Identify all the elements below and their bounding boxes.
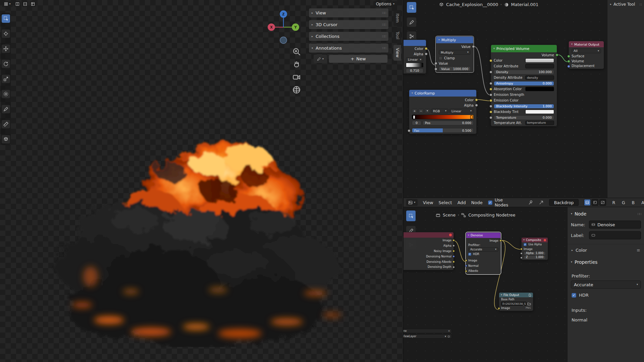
value1-input-socket[interactable] xyxy=(434,62,437,65)
colorramp-node-header[interactable]: ▾ ColorRamp xyxy=(409,90,476,97)
fac-slider[interactable]: Fac0.500 xyxy=(412,128,474,133)
temperature-slider[interactable]: Temperature0.000 xyxy=(494,115,554,120)
anisotropy-input-socket[interactable] xyxy=(489,82,492,85)
prefilter-dropdown[interactable]: Accurate▾ xyxy=(468,247,498,252)
use-nodes-checkbox[interactable]: ✓ xyxy=(488,200,492,205)
active-tool-panel-header[interactable]: ▸ Active Tool ∷ xyxy=(607,0,644,9)
new-annotation-button[interactable]: + New xyxy=(329,55,388,63)
node-panel-header[interactable]: ▾ Node ∷∷ xyxy=(568,207,644,219)
hdr-row[interactable]: ✓ HDR xyxy=(568,289,644,298)
stop-menu-button[interactable]: ▾ xyxy=(425,109,430,113)
measure-tool[interactable] xyxy=(2,120,10,128)
value-output-socket[interactable] xyxy=(472,45,475,48)
ramp-mode-dropdown[interactable]: RGB▾ xyxy=(431,109,448,113)
explosion-object[interactable] xyxy=(50,132,352,347)
composite-header[interactable]: ▾ Composite xyxy=(522,238,548,242)
hdr-checkbox[interactable]: ✓ xyxy=(572,293,576,298)
panel-grip[interactable]: ∷∷ xyxy=(382,11,386,15)
folder-icon[interactable] xyxy=(527,302,531,306)
channel-b-button[interactable]: B xyxy=(631,200,635,205)
navigation-gizmo[interactable]: Z X Y xyxy=(265,8,302,47)
gradient-preview[interactable] xyxy=(406,63,423,67)
scene-selector[interactable]: Scene × xyxy=(404,329,452,333)
layout-toggle-icon[interactable] xyxy=(14,1,20,7)
image-input-socket[interactable] xyxy=(465,259,467,262)
normal-input-socket[interactable] xyxy=(465,265,467,267)
colorramp-node[interactable]: ▾ ColorRamp Color Alpha + − ▾ RGB▾ Linea… xyxy=(409,89,477,134)
volume-output-socket[interactable] xyxy=(555,54,558,57)
annotation-stroke-dropdown[interactable]: ▾ xyxy=(314,55,327,63)
compositor-canvas[interactable]: Scene › Compositing Nodetree xyxy=(404,207,567,362)
material-output-node[interactable]: ▾ Material Output All▾ Surface Volume Di… xyxy=(569,41,604,69)
panel-3d-cursor[interactable]: ▸ 3D Cursor ∷∷ xyxy=(309,20,388,29)
clipped-node-header[interactable] xyxy=(403,40,426,46)
clamp-checkbox[interactable] xyxy=(439,56,442,60)
multiply-node[interactable]: ▾ Multiply Value Multiply▾ Clamp Value V… xyxy=(436,36,474,72)
menu-view[interactable]: View xyxy=(423,200,433,205)
image-output-socket[interactable] xyxy=(452,239,455,242)
blackbody-intensity-slider[interactable]: Blackbody Intensity1.000 xyxy=(494,104,554,109)
backdrop-color-button[interactable] xyxy=(592,199,598,206)
multiply-node-header[interactable]: ▾ Multiply xyxy=(436,37,473,43)
composite-node[interactable]: ▾ Composite ✓Use Alpha Image Alpha1.000 … xyxy=(521,237,548,260)
parent-arrow-icon[interactable] xyxy=(539,200,544,205)
node-label-field[interactable] xyxy=(589,231,641,239)
denoise-header[interactable]: ▾ Denoise xyxy=(466,233,500,238)
alpha-output-socket[interactable] xyxy=(425,53,428,56)
add-cube-tool[interactable] xyxy=(2,135,10,143)
principled-volume-header[interactable]: ▾ Principled Volume xyxy=(491,45,557,52)
color-output-socket[interactable] xyxy=(475,99,478,102)
panel-grip[interactable]: ∷∷ xyxy=(382,35,386,38)
camera-view-icon[interactable] xyxy=(292,73,301,81)
move-tool[interactable] xyxy=(2,45,10,53)
render-icon[interactable] xyxy=(447,335,450,338)
node-name-field[interactable]: Denoise xyxy=(589,221,641,229)
presets-menu-icon[interactable]: ≡ xyxy=(637,248,640,253)
fac-input-socket[interactable] xyxy=(408,129,411,132)
alpha-field[interactable]: Alpha1.000 xyxy=(524,251,546,255)
blackbody-tint-socket[interactable] xyxy=(489,110,492,113)
perspective-grid-icon[interactable] xyxy=(292,86,301,94)
temp-attr-field[interactable]: temperature xyxy=(525,121,554,125)
density-attr-field[interactable]: density xyxy=(525,75,554,80)
z-field[interactable]: Z1.000 xyxy=(524,255,546,259)
emission-color-socket[interactable] xyxy=(489,99,492,102)
value2-field[interactable]: Value1000.000 xyxy=(439,66,471,71)
viewlayer-selector[interactable]: ViewLayer ▾ xyxy=(404,334,452,339)
file-output-node[interactable]: ▾ File Output Base Path D:\2023\230130_S… xyxy=(499,292,533,311)
ramp-stop-right[interactable] xyxy=(470,115,473,119)
anisotropy-slider[interactable]: Anisotropy0.000 xyxy=(494,81,554,86)
viewport-canvas[interactable]: ▾ Options ▾ xyxy=(0,0,403,362)
pin-icon[interactable] xyxy=(528,200,533,205)
options-button[interactable]: Options ▾ xyxy=(373,1,397,7)
alpha-input-socket[interactable] xyxy=(520,252,523,254)
alpha-output-socket[interactable] xyxy=(475,104,478,107)
backdrop-alpha-button[interactable] xyxy=(599,199,606,206)
tab-item[interactable]: Item xyxy=(393,10,401,26)
principled-volume-node[interactable]: ▾ Principled Volume Volume Color Color A… xyxy=(491,45,557,126)
denoising-albedo-output-socket[interactable] xyxy=(452,261,455,263)
channel-g-button[interactable]: G xyxy=(621,200,626,205)
menu-add[interactable]: Add xyxy=(458,200,466,205)
panel-grip[interactable]: ∷∷ xyxy=(382,46,386,50)
value2-input-socket[interactable] xyxy=(434,68,437,71)
interpolation-dropdown[interactable]: Linear▾ xyxy=(406,57,423,62)
rotate-tool[interactable] xyxy=(2,60,10,68)
backdrop-button[interactable]: Backdrop xyxy=(549,199,579,206)
prefilter-dropdown[interactable]: Accurate ▾ xyxy=(571,281,641,289)
color-swatch[interactable] xyxy=(525,58,554,63)
use-nodes-toggle[interactable]: ✓ Use Nodes xyxy=(488,198,518,207)
annotate-tool[interactable] xyxy=(2,105,10,113)
denoising-normal-output-socket[interactable] xyxy=(452,255,455,258)
zoom-icon[interactable] xyxy=(292,48,301,56)
color-input-socket[interactable] xyxy=(489,59,492,62)
panel-view[interactable]: ▸ View ∷∷ xyxy=(309,8,388,17)
select-box-tool[interactable] xyxy=(2,14,10,23)
color-output-socket[interactable] xyxy=(425,47,428,50)
menu-select[interactable]: Select xyxy=(439,200,452,205)
transform-tool[interactable] xyxy=(2,90,10,98)
density-input-socket[interactable] xyxy=(489,70,492,73)
close-icon[interactable]: × xyxy=(448,329,450,333)
volume-input-socket[interactable] xyxy=(567,60,570,63)
color-subpanel[interactable]: ▸ Color ≡ xyxy=(568,244,644,253)
